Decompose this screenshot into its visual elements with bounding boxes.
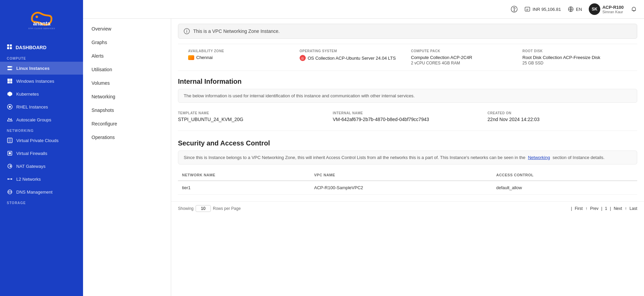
internal-name-label: INTERNAL NAME [333,111,483,115]
rows-per-page-input[interactable] [196,205,211,212]
last-button[interactable]: Last [629,206,637,211]
svg-point-23 [7,178,9,180]
k8s-icon [7,91,13,97]
sidebar-item-dns[interactable]: DNS Management [0,185,83,198]
subnav-overview[interactable]: Overview [83,22,171,36]
spec-disk: ROOT DISK Root Disk Collection ACP-Frees… [519,49,630,65]
disk-sub: 25 GB SSD [522,61,627,65]
sidebar-item-nat[interactable]: NAT Gateways [0,160,83,173]
windows-instances-label: Windows Instances [16,79,54,84]
sidebar-item-l2[interactable]: L2 Networks [0,173,83,185]
svg-point-27 [514,11,515,11]
specs-grid: AVAILABILITY ZONE Chennai OPERATING SYST… [178,44,637,71]
subnav-alerts[interactable]: Alerts [83,49,171,63]
svg-text:ananta: ananta [33,21,50,27]
security-desc-text2: section of Instance details. [552,155,604,160]
main-area: INR 95,106.81 EN SK ACP-R100 Simran Kaur… [83,0,644,296]
compute-label: COMPUTE PACK [411,49,516,53]
os-label: OPERATING SYSTEM [300,49,404,53]
dashboard-icon [7,44,12,51]
sidebar-item-windows-instances[interactable]: Windows Instances [0,75,83,87]
sidebar-item-firewalls[interactable]: Virtual Firewalls [0,147,83,160]
svg-text:STPI CLOUD SERVICES: STPI CLOUD SERVICES [28,27,55,29]
showing-label: Showing [178,206,194,211]
scale-icon [7,117,13,123]
az-label: AVAILABILITY ZONE [188,49,293,53]
internal-info-title: Internal Information [171,71,644,89]
subnav-operations[interactable]: Operations [83,131,171,144]
sidebar-item-rhel[interactable]: RHEL Instances [0,100,83,113]
created-on-label: CREATED ON [487,111,637,115]
storage-section-label: STORAGE [0,198,83,206]
col-access-control: ACCESS CONTROL [492,170,637,181]
svg-point-25 [8,190,12,194]
pagination-separator5: ↑ [625,206,627,211]
kubernetes-label: Kubernetes [16,92,39,97]
sidebar-item-linux-instances[interactable]: Linux Instances [0,62,83,75]
table-body: tier1ACP-R100-SampleVPC2default_allow [178,181,637,195]
avatar: SK [589,3,600,15]
svg-rect-13 [7,81,10,83]
translate-icon [568,6,574,12]
sidebar-item-vpc[interactable]: Virtual Private Clouds [0,134,83,147]
template-name-item: TEMPLATE NAME STPI_UBUNTU_24_KVM_20G [178,111,328,122]
subnav-reconfigure[interactable]: Reconfigure [83,117,171,131]
svg-rect-6 [10,47,12,49]
disk-value: Root Disk Collection ACP-Freesize Disk [522,55,627,60]
security-table-container: NETWORK NAME VPC NAME ACCESS CONTROL tie… [178,170,637,195]
autoscale-label: Autoscale Groups [16,117,51,122]
prev-button[interactable]: Prev [590,206,599,211]
subnav-snapshots[interactable]: Snapshots [83,103,171,117]
help-button[interactable] [511,6,518,13]
language-selector[interactable]: EN [568,6,582,12]
svg-rect-12 [10,79,12,81]
subnav-volumes[interactable]: Volumes [83,76,171,90]
sidebar-item-autoscale[interactable]: Autoscale Groups [0,113,83,126]
svg-rect-3 [7,44,9,46]
spec-compute: COMPUTE PACK Compute Collection ACP-2C4R… [408,49,519,65]
nat-label: NAT Gateways [16,164,45,169]
networking-link[interactable]: Networking [528,155,550,160]
user-menu[interactable]: SK ACP-R100 Simran Kaur [589,3,624,15]
next-button[interactable]: Next [614,206,622,211]
svg-point-0 [35,16,38,18]
notifications-button[interactable] [630,6,637,13]
cell-access_control: default_allow [492,181,637,195]
svg-rect-21 [9,152,11,154]
rhel-label: RHEL Instances [16,104,48,110]
sidebar-logo: ananta STPI CLOUD SERVICES [0,0,83,41]
subnav-graphs[interactable]: Graphs [83,36,171,49]
az-flag-icon [188,55,194,60]
vpc-icon [7,137,13,143]
security-desc: Since this is Instance belongs to a VPC … [178,151,637,164]
internal-info-grid: TEMPLATE NAME STPI_UBUNTU_24_KVM_20G INT… [171,108,644,129]
content-layout: Overview Graphs Alerts Utilisation Volum… [83,19,644,296]
networking-section-label: NETWORKING [0,126,83,134]
vpc-label: Virtual Private Clouds [16,138,59,143]
created-on-item: CREATED ON 22nd Nov 2024 14:22:03 [487,111,637,122]
subnav-networking[interactable]: Networking [83,90,171,103]
svg-point-10 [11,69,12,70]
os-badge: ◎ OS Collection ACP-Ubuntu Server 24.04 … [300,55,404,61]
security-title: Security and Access Control [171,133,644,151]
pagination-separator3: | [601,206,602,211]
fw-icon [7,150,13,156]
vpc-banner-text: This is a VPC Networking Zone Instance. [193,28,280,34]
pagination-left: Showing Rows per Page [178,205,241,212]
user-info: ACP-R100 Simran Kaur [602,5,624,14]
svg-rect-11 [7,79,10,81]
firewalls-label: Virtual Firewalls [16,151,47,156]
subnav-utilisation[interactable]: Utilisation [83,63,171,76]
svg-point-9 [11,66,12,67]
first-button[interactable]: First [575,206,583,211]
sidebar-item-kubernetes[interactable]: Kubernetes [0,87,83,100]
ananta-logo: ananta STPI CLOUD SERVICES [20,7,64,36]
pagination-right: | First ↑ Prev | 1 | Next ↑ Last [571,206,637,211]
dashboard-nav[interactable]: DASHBOARD [0,41,83,54]
table-row: tier1ACP-R100-SampleVPC2default_allow [178,181,637,195]
svg-rect-5 [7,47,9,49]
template-value: STPI_UBUNTU_24_KVM_20G [178,117,328,122]
spec-os: OPERATING SYSTEM ◎ OS Collection ACP-Ubu… [296,49,408,65]
l2-icon [7,176,13,182]
security-table: NETWORK NAME VPC NAME ACCESS CONTROL tie… [178,170,637,195]
